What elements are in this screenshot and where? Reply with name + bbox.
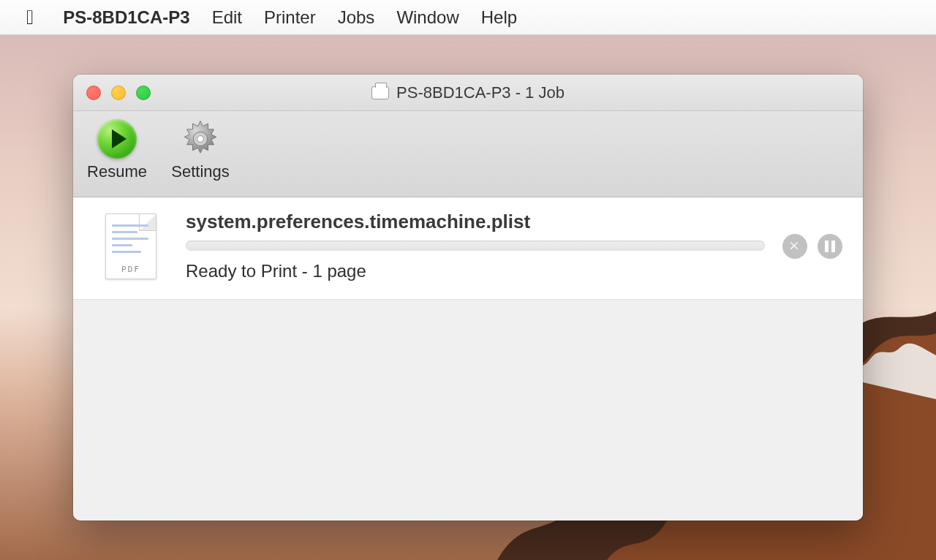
job-main: system.preferences.timemachine.plist Rea… [186, 211, 765, 281]
menu-help[interactable]: Help [481, 7, 517, 28]
menubar-app-name[interactable]: PS-8BD1CA-P3 [63, 7, 189, 28]
cancel-job-button[interactable] [782, 234, 807, 259]
job-row[interactable]: PDF system.preferences.timemachine.plist… [73, 197, 863, 300]
window-toolbar: Resume [73, 111, 863, 197]
close-icon [788, 240, 801, 253]
printer-queue-window: PS-8BD1CA-P3 - 1 Job Resume [73, 75, 863, 521]
settings-button[interactable]: Settings [165, 118, 235, 181]
menu-edit[interactable]: Edit [212, 7, 242, 28]
resume-button[interactable]: Resume [82, 118, 152, 181]
resume-label: Resume [87, 162, 147, 181]
job-progress-bar [186, 241, 765, 251]
window-close-button[interactable] [86, 86, 101, 100]
job-list: PDF system.preferences.timemachine.plist… [73, 197, 863, 521]
window-title: PS-8BD1CA-P3 - 1 Job [73, 83, 863, 102]
menu-window[interactable]: Window [396, 7, 458, 28]
window-traffic-lights [86, 86, 151, 100]
window-title-text: PS-8BD1CA-P3 - 1 Job [396, 83, 565, 102]
document-ext: PDF [106, 265, 156, 274]
system-menubar:  PS-8BD1CA-P3 Edit Printer Jobs Window … [0, 0, 936, 35]
job-title: system.preferences.timemachine.plist [186, 211, 765, 233]
window-minimize-button[interactable] [111, 86, 126, 100]
apple-menu-icon[interactable]:  [26, 6, 34, 29]
menu-printer[interactable]: Printer [264, 7, 316, 28]
document-icon: PDF [105, 213, 156, 279]
menu-jobs[interactable]: Jobs [338, 7, 375, 28]
printer-proxy-icon [371, 86, 389, 99]
pause-icon [825, 241, 835, 252]
window-zoom-button[interactable] [136, 86, 151, 100]
job-status: Ready to Print - 1 page [186, 261, 765, 281]
pause-job-button[interactable] [818, 234, 842, 259]
svg-point-1 [197, 136, 204, 143]
gear-icon [180, 118, 221, 159]
play-icon [97, 119, 137, 159]
settings-label: Settings [171, 162, 230, 181]
job-actions [782, 234, 842, 259]
window-titlebar[interactable]: PS-8BD1CA-P3 - 1 Job [73, 75, 863, 111]
